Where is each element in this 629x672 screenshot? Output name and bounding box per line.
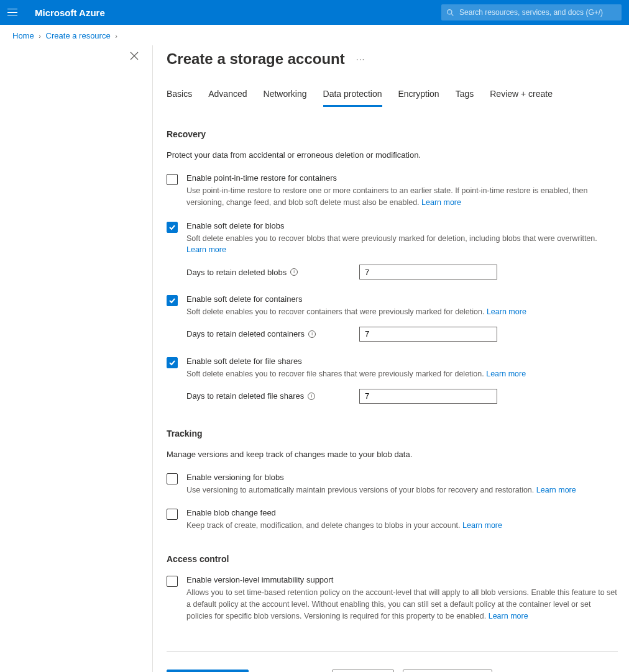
breadcrumb-create-resource[interactable]: Create a resource (46, 31, 111, 40)
blob-retain-days-input[interactable] (359, 265, 497, 279)
change-feed-desc: Keep track of create, modification, and … (186, 520, 618, 532)
tab-encryption[interactable]: Encryption (398, 85, 439, 107)
tab-networking[interactable]: Networking (264, 85, 307, 107)
checkbox-versioning[interactable] (167, 473, 178, 484)
checkbox-pitr[interactable] (167, 174, 178, 185)
fileshare-soft-learn-more-link[interactable]: Learn more (486, 370, 526, 378)
option-fileshare-soft-delete: Enable soft delete for file shares Soft … (167, 356, 618, 406)
section-recovery: Recovery Protect your data from accident… (167, 129, 618, 406)
pitr-label: Enable point-in-time restore for contain… (186, 173, 618, 183)
search-input[interactable] (459, 8, 617, 17)
footer-divider (167, 652, 618, 652)
versioning-label: Enable versioning for blobs (186, 473, 618, 482)
section-tracking: Tracking Manage versions and keep track … (167, 429, 618, 532)
hamburger-menu-icon[interactable] (7, 6, 20, 19)
blob-retain-days-label: Days to retain deleted blobs i (186, 268, 359, 277)
info-icon[interactable]: i (308, 330, 316, 338)
fileshare-retain-days-input[interactable] (359, 389, 497, 404)
recovery-title: Recovery (167, 129, 618, 139)
breadcrumb: Home › Create a resource › (0, 25, 629, 45)
blob-soft-desc: Soft delete enables you to recover blobs… (186, 233, 618, 257)
fileshare-soft-label: Enable soft delete for file shares (186, 356, 618, 366)
search-icon (446, 9, 454, 17)
info-icon[interactable]: i (308, 393, 315, 400)
option-change-feed: Enable blob change feed Keep track of cr… (167, 508, 618, 532)
tracking-title: Tracking (167, 429, 618, 438)
container-retain-days-label: Days to retain deleted containers i (186, 329, 359, 338)
immutability-desc: Allows you to set time-based retention p… (186, 587, 618, 622)
tab-basics[interactable]: Basics (167, 85, 192, 107)
svg-point-0 (448, 9, 452, 14)
main-content: Create a storage account ··· Basics Adva… (152, 45, 629, 672)
option-container-soft-delete: Enable soft delete for containers Soft d… (167, 294, 618, 344)
breadcrumb-home[interactable]: Home (12, 31, 34, 40)
svg-line-1 (451, 14, 453, 16)
chevron-right-icon: › (39, 32, 41, 40)
fileshare-soft-desc: Soft delete enables you to recover file … (186, 368, 618, 380)
checkbox-container-soft-delete[interactable] (167, 295, 178, 306)
chevron-right-icon: › (115, 32, 117, 40)
recovery-desc: Protect your data from accidental or err… (167, 150, 618, 160)
fileshare-retain-days-label: Days to retain deleted file shares i (186, 391, 359, 401)
checkbox-blob-soft-delete[interactable] (167, 222, 178, 233)
change-feed-label: Enable blob change feed (186, 508, 618, 517)
versioning-desc: Use versioning to automatically maintain… (186, 484, 618, 496)
checkbox-change-feed[interactable] (167, 509, 178, 520)
wizard-footer: Review + create < Previous Next : Encryp… (167, 670, 618, 672)
tab-tags[interactable]: Tags (456, 85, 474, 107)
container-soft-label: Enable soft delete for containers (186, 294, 618, 304)
previous-button[interactable]: < Previous (332, 670, 394, 672)
container-retain-days-input[interactable] (359, 327, 497, 342)
brand-label[interactable]: Microsoft Azure (35, 7, 105, 18)
blob-soft-label: Enable soft delete for blobs (186, 221, 618, 230)
close-icon[interactable] (130, 52, 139, 62)
info-icon[interactable]: i (290, 268, 298, 276)
versioning-learn-more-link[interactable]: Learn more (536, 486, 576, 494)
option-pitr: Enable point-in-time restore for contain… (167, 173, 618, 209)
pitr-desc: Use point-in-time restore to restore one… (186, 185, 618, 209)
page-title: Create a storage account (167, 50, 345, 68)
next-button[interactable]: Next : Encryption > (403, 670, 492, 672)
change-feed-learn-more-link[interactable]: Learn more (462, 521, 502, 530)
option-blob-soft-delete: Enable soft delete for blobs Soft delete… (167, 221, 618, 283)
tab-data-protection[interactable]: Data protection (323, 85, 382, 107)
pitr-learn-more-link[interactable]: Learn more (421, 198, 461, 207)
review-create-button[interactable]: Review + create (167, 670, 249, 672)
tracking-desc: Manage versions and keep track of change… (167, 450, 618, 459)
section-access-control: Access control Enable version-level immu… (167, 554, 618, 622)
tab-review-create[interactable]: Review + create (490, 85, 553, 107)
tab-advanced[interactable]: Advanced (208, 85, 247, 107)
top-bar: Microsoft Azure (0, 0, 629, 25)
checkbox-immutability[interactable] (167, 576, 178, 587)
global-search[interactable] (441, 4, 622, 20)
blob-soft-learn-more-link[interactable]: Learn more (186, 245, 226, 254)
blade-left-gutter (0, 45, 152, 672)
container-soft-desc: Soft delete enables you to recover conta… (186, 306, 618, 318)
wizard-tabs: Basics Advanced Networking Data protecti… (167, 85, 618, 107)
more-actions-icon[interactable]: ··· (356, 54, 365, 64)
checkbox-fileshare-soft-delete[interactable] (167, 357, 178, 368)
container-soft-learn-more-link[interactable]: Learn more (487, 307, 526, 316)
immutability-learn-more-link[interactable]: Learn more (489, 612, 528, 620)
option-immutability: Enable version-level immutability suppor… (167, 575, 618, 622)
option-versioning: Enable versioning for blobs Use versioni… (167, 473, 618, 496)
access-control-title: Access control (167, 554, 618, 564)
immutability-label: Enable version-level immutability suppor… (186, 575, 618, 584)
